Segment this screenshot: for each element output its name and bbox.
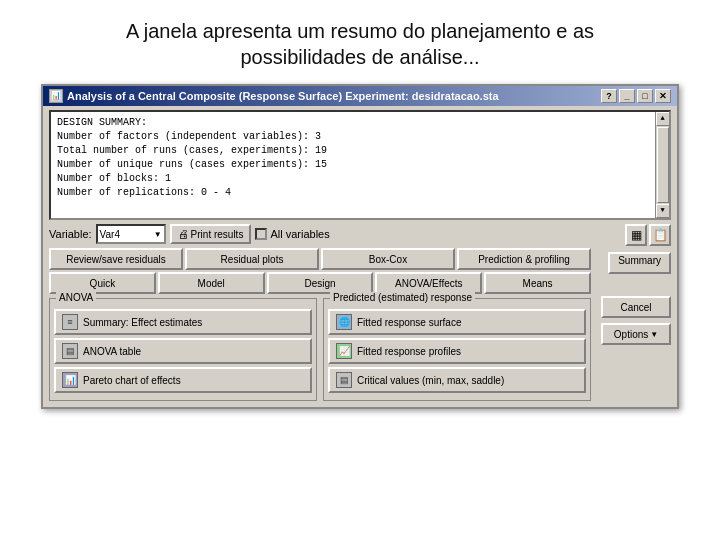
output-line-5: Number of blocks: 1 [57,172,649,186]
scroll-down[interactable]: ▼ [656,204,670,218]
options-label: Options [614,329,648,340]
minimize-btn[interactable]: _ [619,89,635,103]
print-results-button[interactable]: 🖨 Print results [170,224,252,244]
main-section: Variable: Var4 ▼ 🖨 Print results All var… [49,224,671,401]
design-btn[interactable]: Design [267,272,374,294]
titlebar-buttons: ? _ □ ✕ [601,89,671,103]
fitted-response-profiles-btn[interactable]: 📈 Fitted response profiles [328,338,586,364]
fitted-profiles-icon: 📈 [336,343,352,359]
dialog-window: 📊 Analysis of a Central Composite (Respo… [41,84,679,409]
output-line-3: Total number of runs (cases, experiments… [57,144,649,158]
left-panel: Variable: Var4 ▼ 🖨 Print results All var… [49,224,591,401]
anova-table-icon: ▤ [62,343,78,359]
critical-values-btn[interactable]: ▤ Critical values (min, max, saddle) [328,367,586,393]
fitted-response-profiles-label: Fitted response profiles [357,346,461,357]
print-btn-label: Print results [191,229,244,240]
prediction-profiling-btn[interactable]: Prediction & profiling [457,248,591,270]
all-variables-label: All variables [270,228,329,240]
variable-dropdown[interactable]: Var4 ▼ [96,224,166,244]
icon-buttons-row: ▦ 📋 [625,224,671,246]
output-line-4: Number of unique runs (cases experiments… [57,158,649,172]
chart-icon-btn[interactable]: 📋 [649,224,671,246]
pareto-chart-icon: 📊 [62,372,78,388]
model-btn[interactable]: Model [158,272,265,294]
all-variables-row: All variables [255,228,329,240]
fitted-response-surface-btn[interactable]: 🌐 Fitted response surface [328,309,586,335]
critical-values-label: Critical values (min, max, saddle) [357,375,504,386]
quick-btn[interactable]: Quick [49,272,156,294]
scroll-up[interactable]: ▲ [656,112,670,126]
output-scrollbar: ▲ ▼ [655,112,669,218]
output-line-2: Number of factors (independent variables… [57,130,649,144]
variable-value: Var4 [100,229,120,240]
anova-table-label: ANOVA table [83,346,141,357]
variable-label: Variable: [49,228,92,240]
pareto-chart-label: Pareto chart of effects [83,375,181,386]
slide-container: A janela apresenta um resumo do planejam… [0,0,720,540]
means-btn[interactable]: Means [484,272,591,294]
all-variables-checkbox[interactable] [255,228,267,240]
help-btn[interactable]: ? [601,89,617,103]
output-line-1: DESIGN SUMMARY: [57,116,649,130]
residual-plots-btn[interactable]: Residual plots [185,248,319,270]
predicted-box-title: Predicted (estimated) response [330,292,475,303]
dialog-title-text: Analysis of a Central Composite (Respons… [67,90,499,102]
right-panel: ▦ 📋 Summary Cancel Options ▼ [595,224,671,401]
title-line2: possibilidades de análise... [240,46,479,68]
box-cox-btn[interactable]: Box-Cox [321,248,455,270]
summary-button[interactable]: Summary [608,252,671,274]
output-area: DESIGN SUMMARY: Number of factors (indep… [49,110,671,220]
dialog-titlebar: 📊 Analysis of a Central Composite (Respo… [43,86,677,106]
pareto-chart-btn[interactable]: 📊 Pareto chart of effects [54,367,312,393]
variable-row: Variable: Var4 ▼ 🖨 Print results All var… [49,224,591,244]
anova-box-title: ANOVA [56,292,96,303]
predicted-box: Predicted (estimated) response 🌐 Fitted … [323,298,591,401]
anova-box: ANOVA ≡ Summary: Effect estimates [49,298,317,401]
critical-values-icon: ▤ [336,372,352,388]
summary-effect-label: Summary: Effect estimates [83,317,202,328]
review-save-residuals-btn[interactable]: Review/save residuals [49,248,183,270]
btn-row-2: Quick Model Design ANOVA/Effects Means [49,272,591,294]
dropdown-arrow-icon: ▼ [154,230,162,239]
grid-icon-btn[interactable]: ▦ [625,224,647,246]
chart-icon: 📋 [653,228,668,242]
close-btn[interactable]: ✕ [655,89,671,103]
btn-row-1: Review/save residuals Residual plots Box… [49,248,591,270]
dialog-icon: 📊 [49,89,63,103]
options-button[interactable]: Options ▼ [601,323,671,345]
titlebar-left: 📊 Analysis of a Central Composite (Respo… [49,89,499,103]
anova-effects-btn[interactable]: ANOVA/Effects [375,272,482,294]
scroll-thumb[interactable] [657,127,669,203]
title-line1: A janela apresenta um resumo do planejam… [126,20,594,42]
summary-effect-icon: ≡ [62,314,78,330]
summary-effect-estimates-btn[interactable]: ≡ Summary: Effect estimates [54,309,312,335]
fitted-surface-icon: 🌐 [336,314,352,330]
print-icon: 🖨 [178,228,189,240]
content-split: ANOVA ≡ Summary: Effect estimates [49,298,591,401]
grid-icon: ▦ [631,228,642,242]
slide-title: A janela apresenta um resumo do planejam… [126,18,594,70]
anova-table-btn[interactable]: ▤ ANOVA table [54,338,312,364]
maximize-btn[interactable]: □ [637,89,653,103]
options-arrow-icon: ▼ [650,330,658,339]
dialog-body: DESIGN SUMMARY: Number of factors (indep… [43,106,677,407]
fitted-response-surface-label: Fitted response surface [357,317,462,328]
output-line-6: Number of replications: 0 - 4 [57,186,649,200]
cancel-button[interactable]: Cancel [601,296,671,318]
